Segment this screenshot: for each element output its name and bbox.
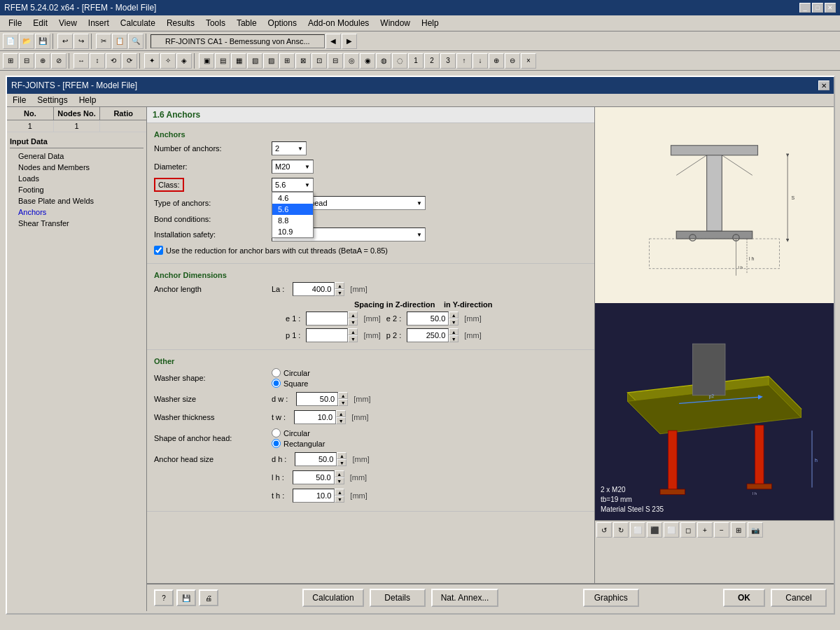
e2-up-button[interactable]: ▲ [449,312,458,318]
t2-b24[interactable]: ◌ [392,53,407,69]
t2-b27[interactable]: 3 [440,53,456,69]
tree-loads[interactable]: Loads [10,173,144,184]
t2-b8[interactable]: ⟳ [122,53,137,69]
gfx-rotate-left-button[interactable]: ↺ [596,522,612,538]
gfx-top-view-button[interactable]: ⬜ [664,522,679,538]
window-menu-help[interactable]: Help [79,95,97,105]
washer-square-option[interactable]: Square [272,379,310,388]
gfx-zoom-in-button[interactable]: + [697,522,713,538]
e1-input[interactable] [306,312,348,326]
gfx-camera-button[interactable]: 📷 [748,522,763,538]
anchor-head-rectangular-option[interactable]: Rectangular [272,439,325,448]
module-selector[interactable]: RF-JOINTS CA1 - Bemessung von Ansc... [150,34,325,48]
t2-b9[interactable]: ✦ [144,53,160,69]
t2-b15[interactable]: ▧ [247,53,262,69]
gfx-front-view-button[interactable]: ⬜ [630,522,645,538]
menu-window[interactable]: Window [374,17,416,29]
t2-b5[interactable]: ↔ [74,53,89,69]
dh-input[interactable] [295,452,337,466]
t2-b10[interactable]: ✧ [160,53,176,69]
la-down-button[interactable]: ▼ [335,289,344,296]
t2-b1[interactable]: ⊞ [3,53,18,69]
t2-b22[interactable]: ◉ [360,53,375,69]
undo-button[interactable]: ↩ [57,34,73,49]
class-option-46[interactable]: 4.6 [272,192,313,204]
menu-file[interactable]: File [3,17,27,29]
t2-b16[interactable]: ▨ [263,53,279,69]
washer-circular-radio[interactable] [272,368,281,377]
cut-threads-checkbox[interactable] [154,246,163,255]
t2-b32[interactable]: × [521,53,536,69]
window-menu-settings[interactable]: Settings [37,95,67,105]
tw-down-button[interactable]: ▼ [336,417,346,424]
dw-input[interactable] [296,392,338,406]
gfx-iso-view-button[interactable]: ◻ [680,522,696,538]
class-dropdown-container[interactable]: 5.6 ▼ 4.6 5.6 8.8 10.9 [272,178,314,192]
details-button[interactable]: Details [370,589,426,607]
t2-b25[interactable]: 1 [408,53,424,69]
nat-annex-button[interactable]: Nat. Annex... [431,589,499,607]
t2-b3[interactable]: ⊕ [35,53,50,69]
tree-anchors[interactable]: Anchors [10,206,144,218]
window-menu-file[interactable]: File [13,95,26,105]
help-button[interactable]: ? [154,589,174,606]
dh-up-button[interactable]: ▲ [337,452,346,459]
app-close-button[interactable]: ✕ [825,3,836,13]
t2-b21[interactable]: ◎ [344,53,359,69]
prev-button[interactable]: ◀ [326,34,341,49]
menu-addon[interactable]: Add-on Modules [302,17,374,29]
tree-base-plate[interactable]: Base Plate and Welds [10,195,144,206]
menu-table[interactable]: Table [231,17,262,29]
tree-general-data[interactable]: General Data [10,150,144,162]
graphics-button[interactable]: Graphics [583,589,639,607]
t2-b30[interactable]: ⊕ [489,53,504,69]
th-input[interactable] [293,489,335,503]
t2-b4[interactable]: ⊘ [51,53,66,69]
tw-up-button[interactable]: ▲ [336,410,346,417]
dh-down-button[interactable]: ▼ [337,459,346,466]
class-option-56[interactable]: 5.6 [272,204,313,215]
e2-down-button[interactable]: ▼ [449,318,458,326]
t2-b7[interactable]: ⟲ [106,53,121,69]
t2-b13[interactable]: ▤ [215,53,230,69]
t2-b17[interactable]: ⊞ [279,53,295,69]
gfx-rotate-right-button[interactable]: ↻ [613,522,629,538]
washer-circular-option[interactable]: Circular [272,368,310,377]
la-input[interactable] [293,282,335,296]
p1-down-button[interactable]: ▼ [348,335,358,342]
menu-help[interactable]: Help [416,17,444,29]
gfx-zoom-out-button[interactable]: − [714,522,729,538]
tree-footing[interactable]: Footing [10,184,144,195]
p2-down-button[interactable]: ▼ [449,335,458,342]
diameter-select[interactable]: M20 ▼ [272,160,314,174]
tb-b2[interactable]: 📋 [112,34,127,49]
class-select[interactable]: 5.6 ▼ [272,178,314,192]
minimize-button[interactable]: _ [799,3,811,13]
dw-up-button[interactable]: ▲ [338,392,348,399]
menu-insert[interactable]: Insert [83,17,115,29]
p1-input[interactable] [306,328,348,342]
e1-down-button[interactable]: ▼ [348,318,358,326]
tree-nodes-members[interactable]: Nodes and Members [10,162,144,173]
window-close-button[interactable]: ✕ [818,80,830,90]
tb-b1[interactable]: ✂ [96,34,111,49]
menu-view[interactable]: View [53,17,83,29]
t2-b19[interactable]: ⊡ [312,53,327,69]
t2-b12[interactable]: ▣ [199,53,214,69]
washer-square-radio[interactable] [272,379,281,388]
maximize-button[interactable]: □ [812,3,823,13]
calculation-button[interactable]: Calculation [302,589,363,607]
t2-b6[interactable]: ↕ [90,53,105,69]
menu-tools[interactable]: Tools [200,17,231,29]
p2-input[interactable] [407,328,449,342]
t2-b18[interactable]: ⊠ [295,53,311,69]
menu-edit[interactable]: Edit [27,17,53,29]
t2-b11[interactable]: ◈ [176,53,192,69]
la-up-button[interactable]: ▲ [335,282,344,289]
tree-shear-transfer[interactable]: Shear Transfer [10,218,144,229]
number-of-anchors-select[interactable]: 2 ▼ [272,141,307,155]
lh-down-button[interactable]: ▼ [335,477,344,484]
t2-b23[interactable]: ◍ [376,53,391,69]
p1-up-button[interactable]: ▲ [348,328,358,335]
table-row[interactable]: 1 1 [7,120,146,132]
